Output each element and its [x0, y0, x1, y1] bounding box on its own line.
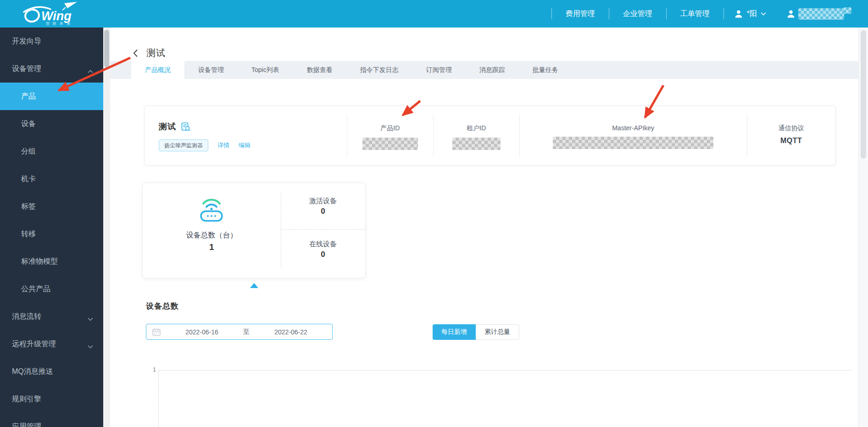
device-stats-right: 激活设备 0 在线设备 0	[281, 183, 365, 278]
account-menu[interactable]	[776, 0, 862, 28]
chart-section-title: 设备总数	[146, 301, 179, 311]
topnav: 费用管理 企业管理 工单管理 *阳	[551, 0, 862, 28]
protocol-label: 通信协议	[779, 124, 804, 133]
user-name: *阳	[747, 9, 757, 19]
activated-devices-value: 0	[281, 207, 365, 216]
chart-mode-toggle: 每日新增 累计总量	[433, 324, 519, 340]
chevron-down-icon	[761, 12, 766, 16]
tenant-id-value-redacted	[452, 138, 501, 150]
sidebar-item-transfer[interactable]: 转移	[0, 220, 103, 248]
sidebar-item-label: 设备管理	[12, 64, 41, 74]
date-to-value: 2022-06-22	[250, 328, 332, 336]
back-chevron-icon	[133, 49, 138, 57]
chevron-down-icon	[88, 315, 93, 323]
device-total-block: 设备总数（台） 1	[143, 183, 281, 278]
doc-search-icon[interactable]	[181, 122, 191, 132]
sidebar-item-tag[interactable]: 标签	[0, 193, 103, 220]
detail-link[interactable]: 详情	[217, 141, 229, 150]
nav-workorder[interactable]: 工单管理	[667, 0, 723, 28]
sidebar-item-public-product[interactable]: 公共产品	[0, 275, 103, 303]
tab-bar: 产品概况 设备管理 Topic列表 数据查看 指令下发日志 订阅管理 消息跟踪 …	[110, 61, 858, 79]
chevron-up-icon	[88, 67, 93, 75]
date-range-picker[interactable]: 2022-06-16 至 2022-06-22	[146, 324, 333, 340]
cumulative-total-button[interactable]: 累计总量	[476, 324, 519, 340]
user-icon	[734, 9, 743, 18]
tab-product-overview[interactable]: 产品概况	[131, 61, 184, 79]
account-name-redacted	[843, 7, 851, 14]
sidebar-scrollbar[interactable]	[103, 28, 110, 427]
daily-new-button[interactable]: 每日新增	[433, 324, 476, 340]
protocol-column: 通信协议 MQTT	[747, 106, 835, 165]
online-devices-label: 在线设备	[281, 230, 365, 249]
product-id-column: 产品ID	[347, 106, 433, 165]
sidebar-scrollbar-thumb[interactable]	[104, 30, 109, 67]
product-id-value-redacted	[362, 138, 418, 150]
product-name: 测试	[159, 121, 176, 132]
tab-data-view[interactable]: 数据查看	[293, 61, 346, 79]
user-icon	[786, 9, 796, 18]
nav-enterprise[interactable]: 企业管理	[609, 0, 666, 28]
product-id-label: 产品ID	[380, 124, 400, 133]
date-from-value: 2022-06-16	[161, 328, 243, 336]
sidebar-item-ota[interactable]: 远程升级管理	[0, 330, 103, 358]
sidebar-item-dev-guide[interactable]: 开发向导	[0, 28, 103, 55]
product-summary-column: 测试 扬尘噪声监测器 详情 编辑	[145, 106, 347, 165]
sidebar-item-label: 消息流转	[12, 312, 41, 322]
user-menu[interactable]: *阳	[724, 0, 776, 28]
master-apikey-column: Master-APIkey	[519, 106, 747, 165]
chart-top-gridline	[158, 370, 851, 371]
edit-link[interactable]: 编辑	[239, 141, 250, 150]
page-scrollbar[interactable]	[858, 28, 868, 427]
sidebar-item-app-mgmt[interactable]: 应用管理	[0, 413, 103, 427]
calendar-icon	[152, 328, 161, 336]
date-separator: 至	[243, 328, 250, 336]
device-total-value: 1	[143, 242, 281, 252]
sidebar-item-device[interactable]: 设备	[0, 110, 103, 138]
chevron-down-icon	[88, 342, 93, 350]
activated-devices-cell: 激活设备 0	[281, 183, 365, 230]
sidebar-item-standard-model[interactable]: 标准物模型	[0, 248, 103, 275]
protocol-value: MQTT	[780, 137, 802, 145]
device-total-label: 设备总数（台）	[143, 231, 281, 240]
tab-message-trace[interactable]: 消息跟踪	[466, 61, 519, 79]
sidebar-item-group[interactable]: 分组	[0, 138, 103, 165]
topbar: Wing 智联未来 费用管理 企业管理 工单管理 *阳	[0, 0, 868, 28]
tab-topic-list[interactable]: Topic列表	[238, 61, 293, 79]
svg-text:智联未来: 智联未来	[46, 22, 73, 26]
nav-billing[interactable]: 费用管理	[552, 0, 609, 28]
sidebar-item-rule-engine[interactable]: 规则引擎	[0, 385, 103, 413]
tenant-id-label: 租户ID	[467, 124, 486, 133]
sidebar: 开发向导 设备管理 产品 设备 分组 机卡 标签 转移 标准物模型 公共产品 消…	[0, 28, 103, 427]
app-root: Wing 智联未来 费用管理 企业管理 工单管理 *阳	[0, 0, 868, 427]
sidebar-item-mq-push[interactable]: MQ消息推送	[0, 358, 103, 385]
sidebar-item-message-flow[interactable]: 消息流转	[0, 303, 103, 330]
tab-device-mgmt[interactable]: 设备管理	[184, 61, 238, 79]
sidebar-item-product[interactable]: 产品	[0, 83, 103, 110]
sidebar-item-device-mgmt[interactable]: 设备管理	[0, 55, 103, 83]
page-scrollbar-thumb[interactable]	[861, 30, 866, 159]
page-header: 测试	[131, 47, 166, 59]
sidebar-item-label: 远程升级管理	[12, 339, 56, 349]
device-stats-card[interactable]: 设备总数（台） 1 激活设备 0 在线设备 0	[142, 183, 366, 278]
main-content: 测试 产品概况 设备管理 Topic列表 数据查看 指令下发日志 订阅管理 消息…	[110, 28, 858, 427]
device-router-icon	[197, 196, 226, 222]
tab-batch-task[interactable]: 批量任务	[519, 61, 572, 79]
online-devices-cell: 在线设备 0	[281, 230, 365, 277]
product-info-card: 测试 扬尘噪声监测器 详情 编辑 产品ID	[144, 105, 836, 166]
wing-logo[interactable]: Wing 智联未来	[20, 2, 94, 26]
chart-y-tick: 1	[148, 366, 156, 373]
selected-card-pointer	[250, 283, 258, 288]
account-name-redacted	[798, 8, 844, 20]
chart-left-axis	[158, 370, 159, 427]
online-devices-value: 0	[281, 250, 365, 259]
tab-command-log[interactable]: 指令下发日志	[346, 61, 412, 79]
wing-logo-icon: Wing 智联未来	[20, 2, 94, 26]
sidebar-item-sim[interactable]: 机卡	[0, 165, 103, 193]
master-apikey-value-redacted	[553, 137, 713, 149]
activated-devices-label: 激活设备	[281, 183, 365, 205]
tab-subscription[interactable]: 订阅管理	[412, 61, 466, 79]
tenant-id-column: 租户ID	[433, 106, 519, 165]
page-title: 测试	[146, 47, 166, 59]
master-apikey-label: Master-APIkey	[612, 124, 654, 132]
back-button[interactable]	[131, 47, 140, 59]
